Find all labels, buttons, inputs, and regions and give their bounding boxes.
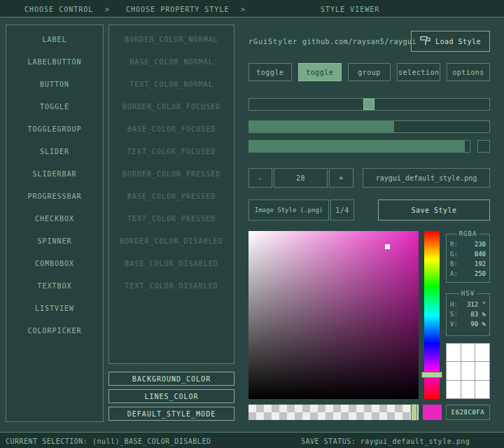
control-list-item-listview[interactable]: LISTVIEW [6, 298, 103, 320]
hsv-s-label: S: [450, 309, 458, 319]
rgba-groupbox: RGBA R: 230 G: 040 B: 192 A: 250 [446, 234, 490, 283]
property-list-item-base-color-pressed[interactable]: BASE_COLOR_PRESSED [109, 186, 234, 208]
demo-slider[interactable] [248, 98, 490, 111]
hsv-v-label: V: [450, 319, 458, 329]
rgba-g-label: G: [450, 249, 458, 259]
top-bar: CHOOSE CONTROL > CHOOSE PROPERTY STYLE >… [0, 0, 504, 18]
hsv-h-label: H: [450, 300, 458, 309]
background-color-button[interactable]: BACKGROUND_COLOR [108, 372, 234, 386]
palette-cell[interactable] [447, 381, 461, 398]
rgba-title: RGBA [457, 230, 479, 237]
hsv-v-value: 90 % [470, 319, 486, 329]
hsv-row-h: H: 312 ° [447, 300, 489, 309]
control-list-item-checkbox[interactable]: CHECKBOX [6, 208, 103, 230]
control-list-item-slider[interactable]: SLIDER [6, 141, 103, 163]
property-list-item-base-color-disabled[interactable]: BASE_COLOR_DISABLED [109, 253, 234, 275]
toggle-button-toggle-1[interactable]: toggle [248, 63, 292, 81]
app-brand: rGuiStyler [248, 38, 298, 46]
control-list-item-label[interactable]: LABEL [6, 29, 103, 51]
style-filename-textbox[interactable]: raygui_default_style.png [363, 168, 490, 188]
control-list-item-textbox[interactable]: TEXTBOX [6, 275, 103, 298]
top-bar-section-choose-control: CHOOSE CONTROL [24, 6, 93, 13]
property-list-item-border-color-focused[interactable]: BORDER_COLOR_FOCUSED [109, 96, 234, 118]
breadcrumb-separator: > [105, 6, 110, 13]
palette-cell[interactable] [447, 344, 461, 361]
hsv-row-v: V: 90 % [447, 319, 489, 329]
current-color-swatch [423, 405, 442, 420]
property-list-item-text-color-pressed[interactable]: TEXT_COLOR_PRESSED [109, 208, 234, 230]
demo-progressbar [248, 140, 470, 153]
hex-value-box[interactable]: E628C0FA [446, 405, 490, 420]
toggle-button-options[interactable]: options [447, 63, 490, 81]
alpha-slider[interactable] [248, 405, 419, 420]
palette-cell[interactable] [475, 344, 489, 361]
progressbar-fill [249, 141, 465, 152]
rgba-g-value: 040 [475, 249, 486, 259]
control-list-item-progressbar[interactable]: PROGRESSBAR [6, 186, 103, 208]
hsv-row-s: S: 83 % [447, 309, 489, 319]
palette-cell[interactable] [475, 362, 489, 379]
rgba-a-label: A: [450, 269, 458, 279]
property-list-item-text-color-focused[interactable]: TEXT_COLOR_FOCUSED [109, 141, 234, 163]
rgba-a-value: 250 [475, 269, 486, 279]
hsv-h-value: 312 ° [467, 300, 486, 309]
demo-sliderbar[interactable] [248, 120, 490, 133]
properties-list: BORDER_COLOR_NORMAL BASE_COLOR_NORMAL TE… [108, 24, 234, 364]
control-list-item-colorpicker[interactable]: COLORPICKER [6, 320, 103, 342]
page-indicator: 1/4 [330, 200, 354, 220]
toggle-button-toggle-active[interactable]: toggle [298, 63, 342, 81]
property-list-item-border-color-normal[interactable]: BORDER_COLOR_NORMAL [109, 29, 234, 51]
control-list-item-sliderbar[interactable]: SLIDERBAR [6, 163, 103, 186]
image-style-button[interactable]: Image Style (.png) [248, 200, 329, 220]
property-list-item-text-color-normal[interactable]: TEXT_COLOR_NORMAL [109, 74, 234, 96]
rgba-b-label: B: [450, 259, 458, 269]
paint-roller-icon [420, 36, 431, 47]
color-picker-gradient[interactable] [248, 231, 419, 399]
save-style-button[interactable]: Save Style [378, 200, 490, 220]
rgba-b-value: 192 [475, 259, 486, 269]
load-style-label: Load Style [435, 38, 481, 46]
demo-checkbox[interactable] [477, 140, 490, 153]
palette-cell[interactable] [461, 344, 475, 361]
hsv-s-value: 83 % [470, 309, 486, 319]
control-list-item-spinner[interactable]: SPINNER [6, 230, 103, 253]
control-list-item-togglegroup[interactable]: TOGGLEGROUP [6, 118, 103, 141]
spinner-value[interactable]: 28 [274, 168, 328, 188]
toggle-button-selection[interactable]: selection [397, 63, 440, 81]
spinner-minus-button[interactable]: - [248, 168, 272, 188]
sliderbar-fill [249, 121, 394, 132]
property-list-item-border-color-disabled[interactable]: BORDER_COLOR_DISABLED [109, 230, 234, 253]
color-picker-cursor [385, 244, 390, 249]
property-list-item-base-color-focused[interactable]: BASE_COLOR_FOCUSED [109, 118, 234, 141]
toggle-group: toggle toggle group selection options [248, 63, 490, 81]
load-style-button[interactable]: Load Style [411, 31, 490, 52]
rgba-r-label: R: [450, 239, 458, 249]
breadcrumb-separator: > [241, 6, 246, 13]
control-list-item-labelbutton[interactable]: LABELBUTTON [6, 51, 103, 74]
control-list-item-combobox[interactable]: COMBOBOX [6, 253, 103, 275]
control-list-item-toggle[interactable]: TOGGLE [6, 96, 103, 118]
palette-cell[interactable] [461, 381, 475, 398]
control-list-item-button[interactable]: BUTTON [6, 74, 103, 96]
lines-color-button[interactable]: LINES_COLOR [108, 389, 234, 403]
rgba-row-g: G: 040 [447, 249, 489, 259]
rgba-row-a: A: 250 [447, 269, 489, 279]
repo-link: github.com/raysan5/raygui [302, 38, 416, 46]
hue-slider-handle[interactable] [421, 372, 442, 378]
palette-cell[interactable] [475, 381, 489, 398]
property-list-item-border-color-pressed[interactable]: BORDER_COLOR_PRESSED [109, 163, 234, 186]
rgba-row-r: R: 230 [447, 239, 489, 249]
toggle-button-group[interactable]: group [348, 63, 391, 81]
color-palette-grid [446, 343, 490, 399]
palette-cell[interactable] [461, 362, 475, 379]
top-bar-section-choose-property-style: CHOOSE PROPERTY STYLE [126, 6, 229, 13]
alpha-slider-handle[interactable] [411, 404, 417, 421]
property-list-item-base-color-normal[interactable]: BASE_COLOR_NORMAL [109, 51, 234, 74]
slider-handle[interactable] [363, 99, 374, 110]
default-style-mode-button[interactable]: DEFAULT_STYLE_MODE [108, 407, 234, 421]
spinner-plus-button[interactable]: + [329, 168, 354, 188]
property-list-item-text-color-disabled[interactable]: TEXT_COLOR_DISABLED [109, 275, 234, 298]
rgba-row-b: B: 192 [447, 259, 489, 269]
palette-cell[interactable] [447, 362, 461, 379]
status-bar: CURRENT SELECTION: (null)_BASE_COLOR_DIS… [0, 432, 504, 448]
